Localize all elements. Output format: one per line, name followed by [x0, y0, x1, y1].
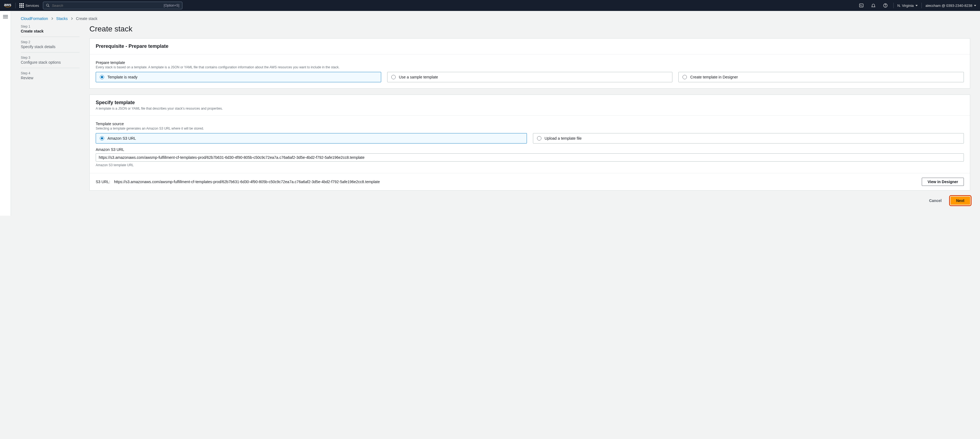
view-in-designer-button[interactable]: View in Designer: [922, 178, 964, 186]
wizard-steps: Step 1 Create stack Step 2 Specify stack…: [21, 25, 80, 205]
radio-icon: [537, 136, 541, 140]
svg-line-1: [48, 6, 49, 7]
step-number: Step 4: [21, 72, 80, 75]
chevron-right-icon: [70, 16, 73, 21]
radio-label: Amazon S3 URL: [107, 136, 136, 140]
help-icon[interactable]: [881, 3, 889, 8]
radio-icon: [100, 136, 104, 140]
breadcrumb-current: Create stack: [76, 16, 98, 21]
panel-specify-template: Specify template A template is a JSON or…: [89, 95, 970, 191]
field-label-prepare-template: Prepare template: [96, 60, 964, 65]
s3-url-value: https://s3.amazonaws.com/awsmp-fulfillme…: [114, 180, 380, 184]
radio-upload-file[interactable]: Upload a template file: [533, 133, 964, 143]
aws-logo[interactable]: aws: [4, 3, 11, 8]
page-title: Create stack: [89, 25, 970, 33]
breadcrumb-link-stacks[interactable]: Stacks: [56, 16, 68, 21]
caret-down-icon: [915, 5, 918, 6]
radio-s3-url[interactable]: Amazon S3 URL: [96, 133, 527, 143]
svg-point-0: [46, 4, 49, 6]
caret-down-icon: [974, 5, 976, 6]
collapsed-side-nav: [0, 11, 11, 216]
input-hint: Amazon S3 template URL: [96, 163, 964, 167]
search-box[interactable]: [Option+S]: [43, 2, 182, 9]
panel-heading: Prerequisite - Prepare template: [96, 43, 964, 49]
s3-url-display: S3 URL: https://s3.amazonaws.com/awsmp-f…: [96, 180, 380, 184]
field-label-template-source: Template source: [96, 122, 964, 126]
wizard-step-1[interactable]: Step 1 Create stack: [21, 25, 80, 37]
aws-smile-icon: [4, 6, 11, 8]
s3-url-prefix: S3 URL:: [96, 180, 110, 184]
radio-label: Create template in Designer: [690, 75, 738, 79]
search-input[interactable]: [52, 3, 162, 8]
services-menu-button[interactable]: Services: [19, 3, 39, 8]
account-menu[interactable]: aleccham @ 0393-2340-8238: [926, 3, 976, 8]
step-title: Configure stack options: [21, 60, 80, 65]
region-label: N. Virginia: [897, 3, 914, 8]
nav-separator: [893, 3, 894, 8]
panel-prerequisite: Prerequisite - Prepare template Prepare …: [89, 38, 970, 89]
radio-label: Use a sample template: [399, 75, 438, 79]
radio-sample-template[interactable]: Use a sample template: [387, 72, 673, 82]
region-selector[interactable]: N. Virginia: [897, 3, 918, 8]
nav-separator: [921, 3, 922, 8]
step-title: Create stack: [21, 29, 80, 33]
cloudshell-icon[interactable]: [857, 3, 865, 8]
wizard-step-3[interactable]: Step 3 Configure stack options: [21, 52, 80, 68]
field-help: Every stack is based on a template. A te…: [96, 65, 964, 69]
step-number: Step 3: [21, 56, 80, 60]
step-number: Step 2: [21, 40, 80, 44]
grid-icon: [19, 3, 24, 8]
radio-icon: [682, 75, 687, 79]
wizard-step-2[interactable]: Step 2 Specify stack details: [21, 37, 80, 52]
notifications-icon[interactable]: [869, 3, 877, 8]
radio-icon: [100, 75, 104, 79]
next-button[interactable]: Next: [950, 197, 970, 205]
chevron-right-icon: [51, 16, 54, 21]
hamburger-icon[interactable]: [3, 14, 8, 216]
field-label-s3-url: Amazon S3 URL: [96, 147, 964, 152]
top-navbar: aws Services [Option+S] N. Virginia alec…: [0, 0, 980, 11]
breadcrumb-link-cloudformation[interactable]: CloudFormation: [21, 16, 48, 21]
wizard-step-4[interactable]: Step 4 Review: [21, 68, 80, 83]
field-help: Selecting a template generates an Amazon…: [96, 127, 964, 130]
panel-subheading: A template is a JSON or YAML file that d…: [96, 107, 964, 110]
radio-template-ready[interactable]: Template is ready: [96, 72, 381, 82]
nav-separator: [15, 3, 16, 8]
services-label: Services: [25, 3, 39, 8]
radio-label: Template is ready: [107, 75, 138, 79]
cancel-button[interactable]: Cancel: [924, 197, 947, 205]
step-title: Specify stack details: [21, 45, 80, 49]
step-title: Review: [21, 76, 80, 80]
breadcrumb: CloudFormation Stacks Create stack: [21, 16, 970, 21]
search-icon: [46, 3, 50, 7]
step-number: Step 1: [21, 25, 80, 29]
radio-icon: [391, 75, 396, 79]
s3-url-input[interactable]: [96, 153, 964, 162]
panel-heading: Specify template: [96, 100, 964, 105]
radio-create-designer[interactable]: Create template in Designer: [678, 72, 964, 82]
aws-logo-text: aws: [4, 3, 11, 6]
search-shortcut-hint: [Option+S]: [164, 3, 180, 7]
account-label: aleccham @ 0393-2340-8238: [926, 3, 972, 8]
radio-label: Upload a template file: [545, 136, 582, 140]
